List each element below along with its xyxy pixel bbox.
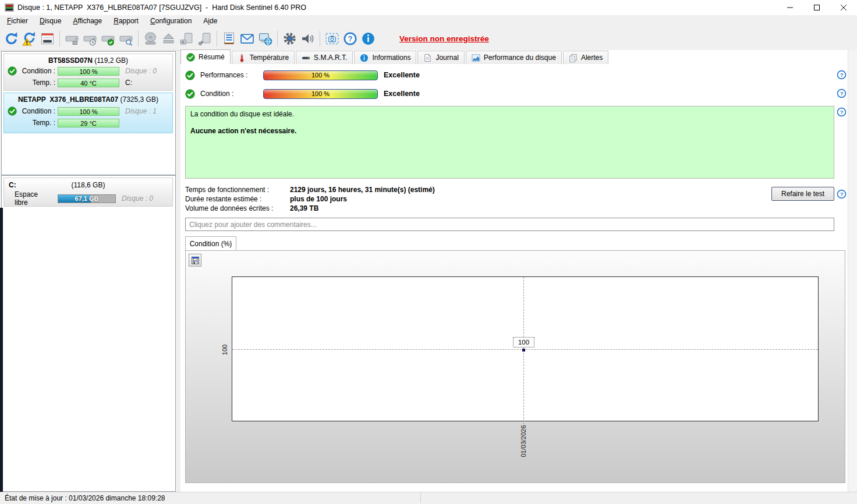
refresh-button[interactable] — [2, 30, 20, 48]
notes-icon — [222, 31, 236, 46]
status-bar: État de mise à jour : 01/03/2026 dimanch… — [0, 492, 857, 504]
tab-alertes[interactable]: Alertes — [563, 51, 608, 64]
stat-label: Volume de données écrites : — [185, 204, 290, 212]
drive-remove-button[interactable] — [63, 30, 81, 48]
condition-label: Condition : — [200, 90, 263, 98]
tab-journal[interactable]: Journal — [417, 51, 464, 64]
check-icon — [186, 53, 195, 62]
disk-card-0[interactable]: BT58SSD07N (119,2 GB) Condition : 100 % … — [3, 54, 173, 91]
mail-button[interactable] — [238, 30, 256, 48]
maximize-button[interactable] — [803, 0, 830, 15]
status-ok-icon — [8, 107, 17, 116]
sounds-button[interactable] — [299, 30, 317, 48]
network-status-icon — [258, 31, 272, 46]
tab-label: Résumé — [199, 53, 225, 61]
summary-content: Performances : 100 % Excellente Conditio… — [180, 64, 848, 492]
menu-rapport[interactable]: Rapport — [108, 16, 144, 26]
performance-label: Performances : — [200, 71, 263, 79]
drive-tools-button[interactable] — [178, 30, 196, 48]
partition-size: (118,6 GB) — [4, 181, 172, 189]
disk-list-panel: BT58SSD07N (119,2 GB) Condition : 100 % … — [1, 51, 176, 175]
help-icon[interactable] — [837, 189, 847, 199]
performance-gauge: 100 % — [263, 70, 378, 80]
stat-label: Temps de fonctionnement : — [185, 186, 290, 194]
menu-configuration[interactable]: Configuration — [144, 16, 197, 26]
tab-resume[interactable]: Résumé — [180, 49, 231, 64]
minimize-button[interactable] — [777, 0, 803, 15]
temp-label: Temp. : — [4, 119, 55, 127]
help-icon[interactable] — [837, 107, 847, 117]
condition-rating: Excellente — [384, 90, 420, 98]
status-text: État de mise à jour : 01/03/2026 dimanch… — [5, 494, 165, 502]
notes-button[interactable] — [220, 30, 238, 48]
report-icon — [40, 31, 55, 46]
report-button[interactable] — [38, 30, 56, 48]
information-button[interactable] — [359, 30, 377, 48]
toolbar-separator — [217, 31, 217, 47]
chart-tab-label: Condition (%) — [190, 240, 232, 248]
mail-icon — [240, 31, 254, 46]
temp-label: Temp. : — [4, 79, 55, 87]
drive-install-button[interactable] — [196, 30, 214, 48]
stat-value: 2129 jours, 16 heures, 31 minute(s) (est… — [290, 186, 435, 194]
condition-bar: 100 % — [58, 67, 119, 76]
menu-aide[interactable]: Aide — [197, 16, 223, 26]
temp-bar: 29 °C — [58, 119, 119, 127]
status-ok-icon — [8, 66, 17, 76]
desktop-edge — [0, 208, 3, 504]
screenshot-camera-icon — [325, 31, 339, 46]
free-space-label: Espace libre — [15, 190, 53, 207]
tab-smart[interactable]: S.M.A.R.T. — [296, 51, 353, 64]
stat-label: Durée restante estimée : — [185, 195, 290, 203]
drive-search-button[interactable] — [117, 30, 135, 48]
help-icon[interactable] — [837, 88, 847, 98]
eject-disk-button[interactable] — [160, 30, 178, 48]
condition-row: Condition : 100 % Excellente — [180, 88, 420, 100]
menu-affichage[interactable]: Affichage — [67, 16, 108, 26]
help-icon[interactable] — [837, 70, 847, 80]
disk-card-1-selected[interactable]: NETAPP X376_HLBRE08TA07 (7325,3 GB) Cond… — [3, 93, 173, 133]
toolbar-separator — [59, 31, 60, 47]
condition-chart-tab[interactable]: Condition (%) — [185, 236, 236, 250]
tab-label: Informations — [372, 54, 410, 62]
toolbar-separator — [138, 31, 139, 47]
tab-informations[interactable]: Informations — [354, 51, 416, 64]
help-button[interactable]: ? — [341, 30, 359, 48]
drive-clock-icon — [83, 31, 97, 46]
disk-name: BT58SSD07N — [48, 56, 93, 65]
performance-row: Performances : 100 % Excellente — [180, 69, 420, 81]
network-status-button[interactable] — [256, 30, 274, 48]
drive-check-button[interactable] — [99, 30, 117, 48]
drive-tools-icon — [179, 31, 194, 46]
chart-point-label: 100 — [513, 337, 534, 347]
save-floppy-icon — [191, 256, 200, 265]
drive-remove-icon — [65, 31, 79, 46]
stat-row: Temps de fonctionnement : 2129 jours, 16… — [185, 185, 435, 194]
unregistered-version-link[interactable]: Version non enregistrée — [399, 34, 489, 43]
temp-bar: 40 °C — [58, 79, 119, 87]
menu-disque[interactable]: Disque — [34, 16, 67, 26]
disk-surface-button[interactable] — [141, 30, 160, 48]
menu-fichier[interactable]: Fichier — [1, 16, 34, 26]
condition-chart-panel: 100 100 01/03/2026 — [185, 250, 845, 483]
partition-list-panel: C: (118,6 GB) Espace libre 67,1 GB Disqu… — [1, 175, 176, 492]
tab-performance[interactable]: Performance du disque — [466, 51, 562, 64]
close-button[interactable] — [830, 0, 857, 15]
window-title: Disque : 1, NETAPP X376_HLBRE08TA07 [7SG… — [17, 3, 306, 12]
stat-value: plus de 100 jours — [290, 195, 347, 203]
chart-data-point — [522, 349, 525, 352]
partition-card-c[interactable]: C: (118,6 GB) Espace libre 67,1 GB Disqu… — [3, 178, 173, 207]
retest-button[interactable]: Refaire le test — [771, 187, 834, 201]
refresh-alert-button[interactable] — [20, 30, 38, 48]
disk-title: BT58SSD07N (119,2 GB) — [5, 56, 171, 65]
save-chart-button[interactable] — [189, 254, 201, 267]
pages-icon — [569, 54, 578, 62]
drive-clock-button[interactable] — [81, 30, 99, 48]
tab-temperature[interactable]: Température — [232, 51, 295, 64]
settings-gear-icon — [282, 31, 297, 46]
performance-rating: Excellente — [384, 71, 420, 79]
status-ok-icon — [185, 70, 195, 80]
settings-button[interactable] — [281, 30, 299, 48]
comment-input[interactable] — [185, 218, 834, 231]
screenshot-button[interactable] — [323, 30, 341, 48]
